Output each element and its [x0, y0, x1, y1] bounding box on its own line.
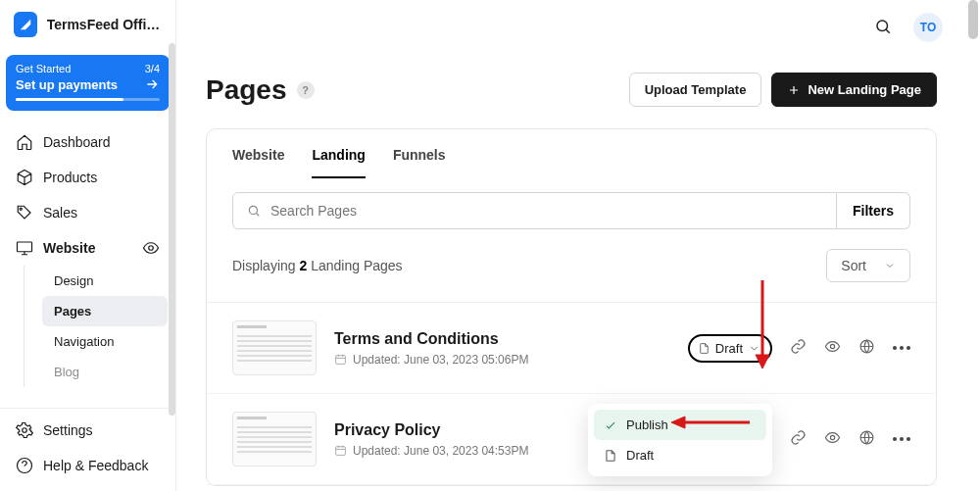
svg-point-5 — [877, 21, 888, 31]
calendar-icon — [334, 353, 347, 366]
help-badge-icon[interactable]: ? — [297, 81, 315, 99]
topbar: TO — [176, 0, 966, 55]
sort-button[interactable]: Sort — [826, 249, 910, 282]
list-item[interactable]: Terms and Conditions Updated: June 03, 2… — [207, 303, 936, 394]
subnav-blog[interactable]: Blog — [42, 357, 168, 387]
home-icon — [16, 133, 33, 151]
svg-point-0 — [20, 208, 22, 210]
tag-icon — [16, 204, 33, 221]
gear-icon — [16, 421, 33, 439]
get-started-progress: 3/4 — [145, 63, 160, 74]
globe-icon[interactable] — [858, 338, 875, 358]
preview-icon[interactable] — [824, 338, 841, 358]
new-landing-page-button[interactable]: New Landing Page — [771, 73, 937, 107]
tab-landing[interactable]: Landing — [312, 147, 365, 178]
plus-icon — [787, 83, 801, 97]
search-icon[interactable] — [874, 18, 892, 38]
subnav-pages[interactable]: Pages — [42, 296, 168, 326]
page-header: Pages ? Upload Template New Landing Page — [206, 73, 937, 107]
progress-bar — [16, 98, 160, 101]
more-button[interactable] — [893, 346, 910, 350]
svg-point-11 — [830, 435, 834, 439]
file-icon — [604, 449, 617, 463]
get-started-label: Get Started — [16, 63, 71, 74]
monitor-icon — [16, 239, 33, 257]
page-row-meta: Updated: June 03, 2023 05:06PM — [334, 353, 670, 367]
svg-rect-10 — [336, 447, 346, 456]
subnav-navigation[interactable]: Navigation — [42, 326, 168, 357]
svg-rect-7 — [336, 356, 346, 365]
page-row-title: Terms and Conditions — [334, 330, 670, 348]
tab-website[interactable]: Website — [232, 147, 284, 178]
page-scrollbar[interactable] — [968, 0, 978, 39]
preview-icon[interactable] — [824, 429, 841, 449]
filters-button[interactable]: Filters — [837, 192, 910, 229]
logo-icon — [14, 12, 37, 37]
box-icon — [16, 169, 33, 186]
dropdown-draft[interactable]: Draft — [594, 440, 766, 470]
svg-point-2 — [149, 246, 154, 251]
search-icon — [247, 204, 261, 218]
eye-icon[interactable] — [142, 239, 160, 257]
arrow-right-icon — [144, 76, 160, 92]
svg-point-6 — [249, 206, 257, 214]
get-started-card[interactable]: Get Started 3/4 Set up payments — [6, 55, 170, 111]
tabs: Website Landing Funnels — [207, 129, 936, 178]
svg-point-3 — [23, 428, 27, 433]
search-field[interactable] — [270, 203, 822, 219]
file-icon — [698, 342, 710, 355]
pages-panel: Website Landing Funnels Filters Displayi… — [206, 128, 937, 486]
site-name: TermsFeed Office... — [47, 17, 162, 32]
link-icon[interactable] — [790, 429, 807, 449]
help-icon — [16, 457, 33, 474]
annotation-arrow-down — [753, 280, 772, 371]
svg-rect-1 — [18, 242, 32, 252]
svg-marker-14 — [756, 355, 769, 368]
svg-point-8 — [830, 344, 834, 348]
nav-sales[interactable]: Sales — [8, 195, 168, 230]
sidebar-scrollbar[interactable] — [169, 43, 175, 416]
pages-list: Terms and Conditions Updated: June 03, 2… — [207, 302, 936, 485]
nav-website[interactable]: Website — [8, 230, 168, 266]
results-count: Displaying 2 Landing Pages — [232, 258, 403, 273]
page-thumbnail — [232, 412, 317, 466]
nav-help[interactable]: Help & Feedback — [8, 448, 168, 483]
get-started-cta: Set up payments — [16, 77, 118, 92]
site-switcher[interactable]: TermsFeed Office... — [0, 0, 175, 49]
globe-icon[interactable] — [858, 429, 875, 449]
website-subnav: Design Pages Navigation Blog — [24, 266, 168, 387]
annotation-arrow-left — [671, 414, 750, 434]
subnav-design[interactable]: Design — [42, 266, 168, 296]
search-pages-input[interactable] — [232, 192, 837, 229]
sidebar: TermsFeed Office... Get Started 3/4 Set … — [0, 0, 176, 491]
main: TO Pages ? Upload Template New Landing P… — [176, 0, 966, 491]
more-button[interactable] — [893, 437, 910, 441]
page-thumbnail — [232, 320, 317, 375]
tab-funnels[interactable]: Funnels — [393, 147, 446, 178]
check-icon — [604, 418, 617, 432]
upload-template-button[interactable]: Upload Template — [629, 73, 762, 107]
calendar-icon — [334, 444, 347, 457]
link-icon[interactable] — [790, 338, 807, 358]
nav-settings[interactable]: Settings — [8, 413, 168, 448]
nav-products[interactable]: Products — [8, 160, 168, 195]
avatar[interactable]: TO — [913, 13, 943, 42]
list-item[interactable]: Privacy Policy Updated: June 03, 2023 04… — [207, 394, 936, 485]
chevron-down-icon — [884, 260, 896, 271]
svg-marker-16 — [671, 417, 685, 428]
page-title: Pages — [206, 74, 287, 106]
nav-dashboard[interactable]: Dashboard — [8, 124, 168, 160]
